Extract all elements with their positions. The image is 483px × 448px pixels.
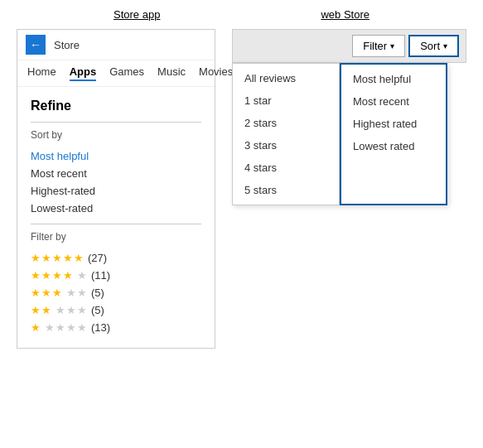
filter-4star-count: (11) [91, 269, 110, 282]
sort-lowest-rated-web[interactable]: Lowest rated [341, 135, 446, 157]
sort-most-recent-web[interactable]: Most recent [341, 90, 446, 113]
nav-home[interactable]: Home [27, 65, 56, 81]
web-store-label: web Store [321, 8, 369, 21]
filter-5-stars[interactable]: 5 stars [233, 179, 339, 201]
filter-3star[interactable]: ★★★★★ (5) [31, 284, 201, 301]
stars-2full: ★★ [31, 304, 52, 316]
filter-2-stars[interactable]: 2 stars [233, 112, 339, 134]
dropdowns-container: All reviews 1 star 2 stars 3 stars 4 sta… [232, 63, 466, 205]
filter-3star-count: (5) [91, 287, 104, 299]
sort-chevron-icon: ▾ [443, 41, 447, 51]
store-app-panel: ← Store Home Apps Games Music Movies Ref… [17, 29, 215, 349]
web-store-panel: Filter ▾ Sort ▾ All reviews 1 star 2 sta… [232, 29, 466, 205]
store-app-label: Store app [114, 8, 160, 21]
filter-1star[interactable]: ★★★★★ (13) [31, 319, 201, 336]
filter-list: ★★★★★ (27) ★★★★★ (11) ★★★★★ (5) ★★★★★ (5… [31, 249, 201, 336]
filter-all-reviews[interactable]: All reviews [233, 67, 339, 89]
sort-list: Most helpful Most recent Highest-rated L… [31, 147, 201, 217]
filter-label: Filter [363, 40, 387, 52]
back-button[interactable]: ← [26, 35, 46, 55]
filter-4-stars[interactable]: 4 stars [233, 157, 339, 179]
filter-dropdown-list: All reviews 1 star 2 stars 3 stars 4 sta… [233, 64, 339, 205]
nav-movies[interactable]: Movies [199, 65, 233, 81]
back-icon: ← [30, 38, 41, 51]
nav-apps[interactable]: Apps [70, 65, 97, 81]
refine-title: Refine [31, 99, 201, 113]
sort-button[interactable]: Sort ▾ [408, 35, 459, 57]
stars-1empty: ★★★★ [45, 321, 88, 334]
web-toolbar: Filter ▾ Sort ▾ [232, 29, 466, 63]
sort-most-helpful[interactable]: Most helpful [31, 147, 201, 165]
store-nav: Home Apps Games Music Movies [17, 60, 215, 87]
filter-4star[interactable]: ★★★★★ (11) [31, 267, 201, 284]
filter-by-label: Filter by [31, 231, 201, 243]
filter-3-stars[interactable]: 3 stars [233, 134, 339, 157]
sort-highest-rated-web[interactable]: Highest rated [341, 113, 446, 135]
filter-2star[interactable]: ★★★★★ (5) [31, 301, 201, 319]
sort-dropdown-list: Most helpful Most recent Highest rated L… [341, 65, 446, 161]
stars-4empty: ★ [77, 269, 88, 282]
store-title: Store [54, 39, 80, 51]
sort-dropdown: Most helpful Most recent Highest rated L… [340, 63, 447, 205]
filter-button[interactable]: Filter ▾ [352, 35, 405, 57]
store-body: Refine Sort by Most helpful Most recent … [17, 87, 215, 348]
stars-3full: ★★★ [31, 287, 63, 299]
stars-5full: ★★★★★ [31, 252, 85, 264]
stars-4full: ★★★★ [31, 269, 74, 282]
divider-bottom [31, 224, 201, 224]
filter-dropdown: All reviews 1 star 2 stars 3 stars 4 sta… [232, 63, 340, 205]
sort-by-label: Sort by [31, 129, 201, 141]
sort-label: Sort [420, 40, 440, 52]
filter-5star[interactable]: ★★★★★ (27) [31, 249, 201, 267]
nav-games[interactable]: Games [109, 65, 144, 81]
sort-lowest-rated[interactable]: Lowest-rated [31, 200, 201, 217]
sort-most-recent[interactable]: Most recent [31, 165, 201, 182]
filter-chevron-icon: ▾ [390, 41, 394, 51]
filter-5star-count: (27) [88, 252, 107, 264]
filter-1-star[interactable]: 1 star [233, 89, 339, 112]
stars-2empty: ★★★ [56, 304, 88, 316]
sort-highest-rated[interactable]: Highest-rated [31, 182, 201, 200]
sort-most-helpful-web[interactable]: Most helpful [341, 68, 446, 90]
filter-2star-count: (5) [91, 304, 104, 316]
stars-3empty: ★★ [66, 287, 88, 299]
filter-1star-count: (13) [91, 321, 110, 334]
stars-1full: ★ [31, 321, 41, 334]
divider-top [31, 122, 201, 123]
store-titlebar: ← Store [17, 30, 215, 60]
nav-music[interactable]: Music [157, 65, 186, 81]
